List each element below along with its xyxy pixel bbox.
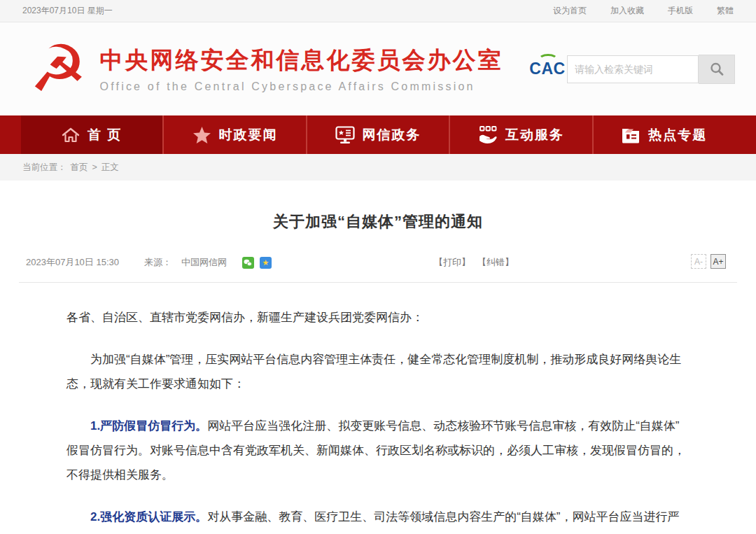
search-icon <box>709 62 724 77</box>
main-nav: 首 页 时政要闻 网信政务 <box>0 115 756 154</box>
breadcrumb-label: 当前位置： <box>22 162 66 174</box>
article-title: 关于加强“自媒体”管理的通知 <box>0 211 756 232</box>
meta-left: 2023年07月10日 15:30 来源： 中国网信网 ★ <box>26 256 272 269</box>
nav-label: 网信政务 <box>363 126 421 144</box>
article-meta: 2023年07月10日 15:30 来源： 中国网信网 ★ 【打印】 【纠错】 … <box>0 254 756 272</box>
paragraph-item-2: 2.强化资质认证展示。对从事金融、教育、医疗卫生、司法等领域信息内容生产的“自媒… <box>66 505 690 534</box>
item-lead: 2.强化资质认证展示。 <box>90 510 207 524</box>
home-icon <box>62 127 80 143</box>
current-date: 2023年07月10日 星期一 <box>22 5 113 17</box>
font-larger-button[interactable]: A+ <box>710 254 726 269</box>
breadcrumb-home-link[interactable]: 首页 <box>71 162 88 174</box>
add-favorite-link[interactable]: 加入收藏 <box>610 5 644 17</box>
party-emblem-icon: ☭ <box>29 37 87 101</box>
qzone-share-icon[interactable]: ★ <box>260 257 272 269</box>
hand-icon <box>478 126 498 144</box>
breadcrumb-separator: > <box>92 162 97 172</box>
source-value: 中国网信网 <box>181 256 227 269</box>
star-icon <box>192 126 211 144</box>
wechat-share-icon[interactable] <box>242 257 254 269</box>
breadcrumb-current: 正文 <box>102 162 119 174</box>
meta-actions: 【打印】 【纠错】 <box>434 256 514 269</box>
nav-item-hot-topics[interactable]: 热点专题 <box>592 115 735 154</box>
search-button[interactable] <box>699 55 735 84</box>
font-smaller-button[interactable]: A- <box>691 254 706 269</box>
paragraph-item-1: 1.严防假冒仿冒行为。网站平台应当强化注册、拟变更账号信息、动态核验环节账号信息… <box>66 414 690 487</box>
print-button[interactable]: 【打印】 <box>434 256 470 269</box>
traditional-chinese-link[interactable]: 繁體 <box>717 5 734 17</box>
monitor-icon <box>335 126 355 144</box>
item-lead: 1.严防假冒仿冒行为。 <box>90 419 207 433</box>
paragraph-intro: 为加强“自媒体”管理，压实网站平台信息内容管理主体责任，健全常态化管理制度机制，… <box>66 347 690 396</box>
source-label: 来源： <box>144 256 172 269</box>
nav-item-interactive-services[interactable]: 互动服务 <box>449 115 592 154</box>
site-header: ☭ 中央网络安全和信息化委员会办公室 Office of the Central… <box>0 22 756 115</box>
paragraph-salutation: 各省、自治区、直辖市党委网信办，新疆生产建设兵团党委网信办： <box>66 305 690 330</box>
nav-item-home[interactable]: 首 页 <box>21 115 162 154</box>
search-area: CAC <box>528 55 735 84</box>
site-title-en: Office of the Central Cyberspace Affairs… <box>99 80 503 93</box>
breadcrumb: 当前位置： 首页 > 正文 <box>0 154 756 181</box>
site-title-block: 中央网络安全和信息化委员会办公室 Office of the Central C… <box>99 45 503 93</box>
nav-item-cyberspace-affairs[interactable]: 网信政务 <box>306 115 449 154</box>
site-title-cn: 中央网络安全和信息化委员会办公室 <box>99 45 503 76</box>
search-input[interactable] <box>567 55 699 83</box>
top-links: 设为首页 加入收藏 手机版 繁體 <box>553 5 734 17</box>
nav-item-politics-news[interactable]: 时政要闻 <box>162 115 305 154</box>
set-homepage-link[interactable]: 设为首页 <box>553 5 587 17</box>
nav-label: 首 页 <box>88 126 122 144</box>
nav-label: 时政要闻 <box>219 126 278 144</box>
cac-logo-arc <box>538 54 558 65</box>
folder-icon <box>621 126 640 143</box>
mobile-version-link[interactable]: 手机版 <box>668 5 693 17</box>
top-utility-bar: 2023年07月10日 星期一 设为首页 加入收藏 手机版 繁體 <box>0 0 756 22</box>
article: 关于加强“自媒体”管理的通知 2023年07月10日 15:30 来源： 中国网… <box>0 211 756 534</box>
publish-datetime: 2023年07月10日 15:30 <box>26 256 119 269</box>
nav-label: 热点专题 <box>648 126 707 144</box>
cac-logo: CAC <box>528 59 567 78</box>
article-body: 各省、自治区、直辖市党委网信办，新疆生产建设兵团党委网信办： 为加强“自媒体”管… <box>0 283 756 534</box>
font-size-controls: A- A+ <box>691 254 726 269</box>
error-report-button[interactable]: 【纠错】 <box>477 256 514 269</box>
nav-label: 互动服务 <box>505 126 564 144</box>
